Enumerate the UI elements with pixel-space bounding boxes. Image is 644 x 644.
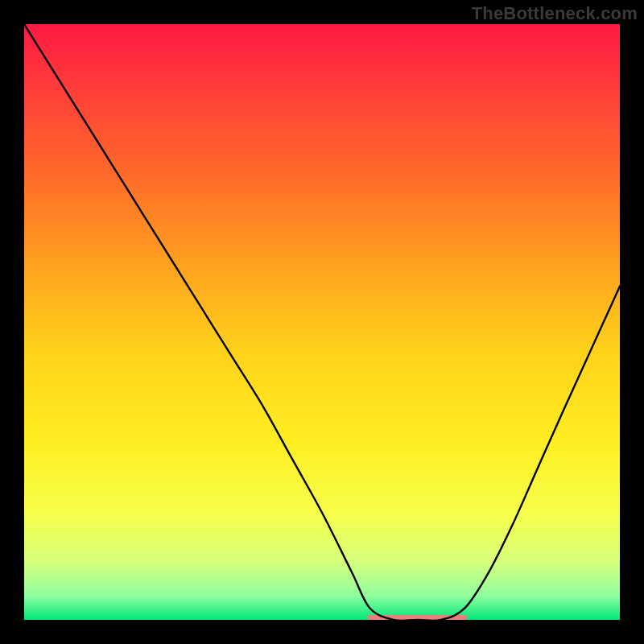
chart-frame: TheBottleneck.com [0, 0, 644, 644]
gradient-background [24, 24, 620, 620]
plot-area [24, 24, 620, 620]
chart-svg [24, 24, 620, 620]
watermark-text: TheBottleneck.com [472, 3, 638, 24]
